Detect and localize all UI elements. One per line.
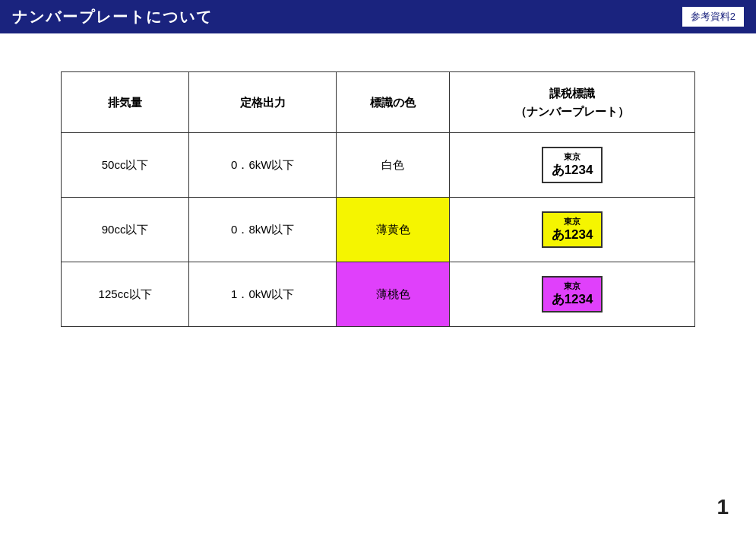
- cell-displacement: 125cc以下: [62, 262, 189, 327]
- header: ナンバープレートについて 参考資料2: [0, 0, 756, 33]
- license-plate: 東京あ1234: [542, 147, 603, 183]
- cell-color: 薄桃色: [337, 262, 450, 327]
- cell-color: 薄黄色: [337, 198, 450, 262]
- cell-plate: 東京あ1234: [450, 198, 695, 262]
- col-displacement: 排気量: [62, 72, 189, 133]
- page-title: ナンバープレートについて: [12, 7, 213, 27]
- page-number: 1: [716, 495, 729, 519]
- col-plate: 課税標識（ナンバープレート）: [450, 72, 695, 133]
- table-body: 50cc以下0．6kW以下白色東京あ123490cc以下0．8kW以下薄黄色東京…: [62, 133, 695, 327]
- table-row: 90cc以下0．8kW以下薄黄色東京あ1234: [62, 198, 695, 262]
- main-content: 排気量 定格出力 標識の色 課税標識（ナンバープレート） 50cc以下0．6kW…: [0, 33, 756, 342]
- reference-label: 参考資料2: [682, 7, 744, 27]
- cell-color: 白色: [337, 133, 450, 198]
- cell-output: 1．0kW以下: [189, 262, 337, 327]
- cell-plate: 東京あ1234: [450, 133, 695, 198]
- table-header-row: 排気量 定格出力 標識の色 課税標識（ナンバープレート）: [62, 72, 695, 133]
- table-row: 50cc以下0．6kW以下白色東京あ1234: [62, 133, 695, 198]
- plate-table: 排気量 定格出力 標識の色 課税標識（ナンバープレート） 50cc以下0．6kW…: [61, 71, 695, 327]
- col-color: 標識の色: [337, 72, 450, 133]
- cell-displacement: 50cc以下: [62, 133, 189, 198]
- cell-plate: 東京あ1234: [450, 262, 695, 327]
- table-row: 125cc以下1．0kW以下薄桃色東京あ1234: [62, 262, 695, 327]
- cell-output: 0．6kW以下: [189, 133, 337, 198]
- cell-output: 0．8kW以下: [189, 198, 337, 262]
- col-output: 定格出力: [189, 72, 337, 133]
- license-plate: 東京あ1234: [542, 276, 603, 313]
- license-plate: 東京あ1234: [542, 211, 603, 248]
- cell-displacement: 90cc以下: [62, 198, 189, 262]
